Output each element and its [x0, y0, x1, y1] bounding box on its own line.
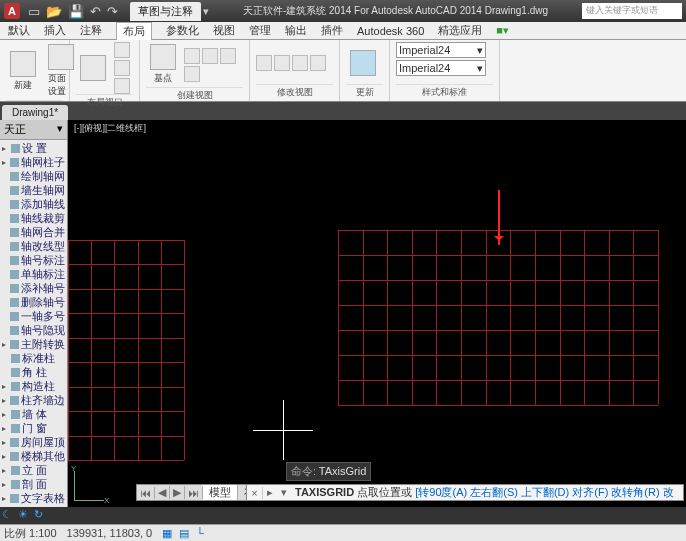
grid-toggle-icon[interactable]: ▤	[179, 527, 192, 540]
workspace: 天正▾ ▸设 置▸轴网柱子绘制轴网墙生轴网添加轴线轴线裁剪轴网合并轴改线型轴号标…	[0, 120, 686, 507]
sidebar-item[interactable]: ▸墙 体	[0, 407, 67, 421]
help-search-input[interactable]: 键入关键字或短语	[582, 3, 682, 19]
sidebar-item[interactable]: 一轴多号	[0, 309, 67, 323]
sidebar-item[interactable]: ▸尺寸标注	[0, 505, 67, 507]
tab-plugins[interactable]: 插件	[321, 23, 343, 38]
tab-extra-icon[interactable]: ■▾	[496, 24, 509, 37]
sidebar-item[interactable]: 删除轴号	[0, 295, 67, 309]
tab-insert[interactable]: 插入	[44, 23, 66, 38]
dynamic-input: 命令: TAxisGrid	[286, 462, 371, 481]
ortho-toggle-icon[interactable]: └	[196, 527, 209, 540]
panel-title: 修改视图	[256, 84, 333, 99]
tab-default[interactable]: 默认	[8, 23, 30, 38]
tab-nav-first-icon[interactable]: ⏮	[137, 487, 155, 499]
cv-icon[interactable]	[220, 48, 236, 64]
undo-icon[interactable]: ↶	[90, 4, 101, 19]
new-icon[interactable]: ▭	[28, 4, 40, 19]
cv-icon[interactable]	[202, 48, 218, 64]
tab-manage[interactable]: 管理	[249, 23, 271, 38]
viewport-button[interactable]	[76, 53, 110, 83]
panel-title: 样式和标准	[396, 84, 493, 99]
sidebar-item[interactable]: ▸门 窗	[0, 421, 67, 435]
sidebar-item[interactable]: ▸主附转换	[0, 337, 67, 351]
sidebar-item[interactable]: ▸楼梯其他	[0, 449, 67, 463]
scale-label[interactable]: 比例 1:100	[4, 526, 57, 541]
update-button[interactable]	[346, 48, 380, 78]
axis-grid-preview-1	[68, 240, 184, 460]
sidebar-item[interactable]: ▸房间屋顶	[0, 435, 67, 449]
cmd-history-icon[interactable]: ▸	[263, 486, 277, 499]
command-text: TAXISGRID 点取位置或 [转90度(A) 左右翻(S) 上下翻(D) 对…	[291, 485, 683, 500]
sidebar-item[interactable]: 添加轴线	[0, 197, 67, 211]
sidebar-item[interactable]: ▸柱齐墙边	[0, 393, 67, 407]
sidebar-item[interactable]: 轴改线型	[0, 239, 67, 253]
mv-icon[interactable]	[310, 55, 326, 71]
sidebar-item[interactable]: 轴号标注	[0, 253, 67, 267]
mv-icon[interactable]	[292, 55, 308, 71]
sidebar-item[interactable]: 添补轴号	[0, 281, 67, 295]
ribbon: 新建 页面设置 布局 布局视口 基点 创建视图 修改视图 更新 Imperial…	[0, 40, 686, 102]
style-combo-2[interactable]: Imperial24▾	[396, 60, 486, 76]
vp-opt-icon[interactable]	[114, 78, 130, 94]
viewport-label[interactable]: [-][俯视][二维线框]	[74, 122, 146, 135]
ribbon-tabs: 默认 插入 注释 布局 参数化 视图 管理 输出 插件 Autodesk 360…	[0, 22, 686, 40]
save-icon[interactable]: 💾	[68, 4, 84, 19]
sidebar-menu-icon[interactable]: ▾	[57, 122, 63, 137]
workspace-tab[interactable]: 草图与注释	[130, 2, 201, 21]
vp-opt-icon[interactable]	[114, 42, 130, 58]
new-layout-button[interactable]: 新建	[6, 49, 40, 94]
sidebar-item[interactable]: 轴线裁剪	[0, 211, 67, 225]
sidebar-item[interactable]: 标准柱	[0, 351, 67, 365]
sidebar-item[interactable]: 角 柱	[0, 365, 67, 379]
app-icon[interactable]: A	[4, 3, 20, 19]
sidebar-item[interactable]: ▸文字表格	[0, 491, 67, 505]
tab-nav-last-icon[interactable]: ⏭	[185, 487, 203, 499]
status-bar: 比例 1:100 139931, 11803, 0 ▦ ▤ └	[0, 524, 686, 541]
vp-opt-icon[interactable]	[114, 60, 130, 76]
window-title: 天正软件-建筑系统 2014 For Autodesk AutoCAD 2014…	[209, 4, 582, 18]
cv-icon[interactable]	[184, 48, 200, 64]
sidebar-item[interactable]: 轴网合并	[0, 225, 67, 239]
panel-title: 更新	[346, 84, 383, 99]
tab-layout[interactable]: 布局	[116, 22, 152, 40]
sidebar-item[interactable]: 墙生轴网	[0, 183, 67, 197]
tab-annotate[interactable]: 注释	[80, 23, 102, 38]
moon-icon[interactable]: ☾	[2, 508, 12, 521]
cv-icon[interactable]	[184, 66, 200, 82]
cmd-expand-icon[interactable]: ▾	[277, 486, 291, 499]
tab-a360[interactable]: Autodesk 360	[357, 25, 424, 37]
panel-title: 布局视口	[76, 94, 133, 109]
base-point-button[interactable]: 基点	[146, 42, 180, 87]
tab-parametric[interactable]: 参数化	[166, 23, 199, 38]
nav-icon[interactable]: ↻	[34, 508, 43, 521]
style-combo-1[interactable]: Imperial24▾	[396, 42, 486, 58]
workspace-tabs: 草图与注释 ▾	[130, 2, 209, 21]
mv-icon[interactable]	[256, 55, 272, 71]
panel-title: 创建视图	[146, 87, 243, 102]
sidebar-item[interactable]: ▸立 面	[0, 463, 67, 477]
sidebar-item[interactable]: ▸设 置	[0, 141, 67, 155]
sidebar-item[interactable]: ▸构造柱	[0, 379, 67, 393]
tab-view[interactable]: 视图	[213, 23, 235, 38]
sidebar-item[interactable]: 绘制轴网	[0, 169, 67, 183]
tab-featured[interactable]: 精选应用	[438, 23, 482, 38]
tab-output[interactable]: 输出	[285, 23, 307, 38]
drawing-canvas[interactable]: [-][俯视][二维线框] YX 命令: TAxisGrid ⏮ ◀ ▶ ⏭ 模…	[68, 120, 686, 507]
command-line[interactable]: × ▸ ▾ TAXISGRID 点取位置或 [转90度(A) 左右翻(S) 上下…	[246, 484, 684, 501]
sidebar-item[interactable]: 单轴标注	[0, 267, 67, 281]
snap-toggle-icon[interactable]: ▦	[162, 527, 175, 540]
sidebar-item[interactable]: 轴号隐现	[0, 323, 67, 337]
sidebar-item[interactable]: ▸轴网柱子	[0, 155, 67, 169]
tab-nav-next-icon[interactable]: ▶	[170, 486, 185, 499]
status-toggles: ▦ ▤ └	[162, 527, 209, 540]
tab-nav-prev-icon[interactable]: ◀	[155, 486, 170, 499]
redo-icon[interactable]: ↷	[107, 4, 118, 19]
close-icon[interactable]: ×	[247, 487, 263, 499]
document-tab[interactable]: Drawing1*	[2, 105, 68, 120]
mv-icon[interactable]	[274, 55, 290, 71]
layout-tab-model[interactable]: 模型	[203, 485, 238, 500]
tangent-sidebar: 天正▾ ▸设 置▸轴网柱子绘制轴网墙生轴网添加轴线轴线裁剪轴网合并轴改线型轴号标…	[0, 120, 68, 507]
sidebar-item[interactable]: ▸剖 面	[0, 477, 67, 491]
sun-icon[interactable]: ☀	[18, 508, 28, 521]
open-icon[interactable]: 📂	[46, 4, 62, 19]
